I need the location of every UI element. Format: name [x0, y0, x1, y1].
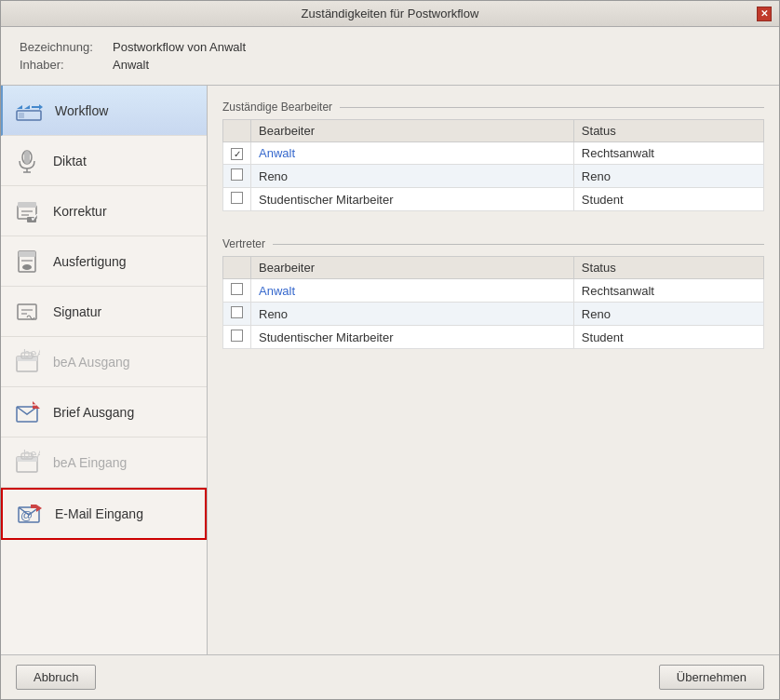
v-bearbeiter-col-header: Bearbeiter: [251, 257, 574, 279]
sidebar-workflow-label: Workflow: [55, 103, 108, 118]
table-row: Studentischer MitarbeiterStudent: [223, 326, 764, 349]
close-button[interactable]: ✕: [757, 7, 772, 21]
sidebar-item-korrektur[interactable]: ✓ Korrektur: [1, 186, 207, 236]
cancel-button[interactable]: Abbruch: [16, 665, 96, 690]
inhaber-value: Anwalt: [113, 58, 760, 72]
svg-text:✓: ✓: [30, 210, 40, 224]
status-cell: Student: [573, 188, 763, 211]
sidebar: Workflow Diktat: [1, 86, 208, 654]
sidebar-bea-ausgang-label: beA Ausgang: [53, 355, 130, 370]
table-row: RenoReno: [223, 165, 764, 188]
checkbox[interactable]: ✓: [231, 148, 243, 160]
zustaendige-bearbeiter-title: Zuständige Bearbeiter: [222, 101, 332, 114]
svg-rect-1: [19, 113, 24, 118]
email-eingang-icon: @: [14, 499, 44, 529]
status-col-header: Status: [573, 120, 763, 142]
vertreter-header: Vertreter: [222, 237, 764, 250]
sidebar-ausfertigung-label: Ausfertigung: [53, 254, 127, 269]
sidebar-item-diktat[interactable]: Diktat: [1, 136, 207, 186]
vertreter-section: Vertreter Bearbeiter Status AnwaltR: [222, 228, 764, 349]
diktat-icon: [12, 146, 42, 176]
svg-text:beA: beA: [23, 450, 40, 461]
sidebar-signatur-label: Signatur: [53, 304, 101, 319]
korrektur-icon: ✓: [12, 196, 42, 226]
dialog-body: Bezeichnung: Postworkflow von Anwalt Inh…: [1, 27, 779, 654]
bearbeiter-cell: Reno: [251, 303, 574, 326]
bearbeiter-cell: Studentischer Mitarbeiter: [251, 326, 574, 349]
inhaber-label: Inhaber:: [20, 58, 113, 72]
checkbox-cell: [223, 279, 251, 303]
ausfertigung-icon: [12, 247, 42, 276]
bea-eingang-icon: beA: [12, 448, 42, 478]
svg-marker-2: [17, 105, 22, 109]
svg-marker-5: [39, 104, 43, 110]
checkbox[interactable]: [231, 168, 243, 181]
svg-marker-3: [24, 105, 30, 109]
checkbox-cell: [223, 188, 251, 211]
zustaendige-bearbeiter-table: Bearbeiter Status ✓AnwaltRechtsanwaltRen…: [222, 119, 764, 211]
bearbeiter-link[interactable]: Anwalt: [259, 146, 295, 160]
checkbox-cell: ✓: [223, 142, 251, 165]
sidebar-item-signatur[interactable]: Signatur: [1, 287, 207, 337]
bearbeiter-cell: Studentischer Mitarbeiter: [251, 188, 574, 211]
sidebar-item-bea-eingang[interactable]: beA beA Eingang: [1, 438, 207, 488]
status-cell: Reno: [573, 165, 763, 188]
accept-button[interactable]: Übernehmen: [659, 665, 764, 690]
svg-rect-7: [24, 151, 30, 164]
vertreter-title: Vertreter: [222, 237, 265, 250]
sidebar-item-brief-ausgang[interactable]: Brief Ausgang: [1, 387, 207, 438]
table-row: ✓AnwaltRechtsanwalt: [223, 142, 764, 165]
bea-ausgang-icon: beA: [12, 347, 42, 377]
checkbox-cell: [223, 303, 251, 326]
info-section: Bezeichnung: Postworkflow von Anwalt Inh…: [1, 27, 779, 85]
svg-rect-11: [18, 202, 36, 208]
table-row: Studentischer MitarbeiterStudent: [223, 188, 764, 211]
bearbeiter-col-header: Bearbeiter: [251, 120, 574, 142]
right-panel: Zuständige Bearbeiter Bearbeiter Status: [208, 86, 779, 654]
bearbeiter-link[interactable]: Anwalt: [259, 284, 295, 298]
zustaendige-bearbeiter-section: Zuständige Bearbeiter Bearbeiter Status: [222, 91, 764, 211]
sidebar-item-email-eingang[interactable]: @ E-Mail Eingang: [1, 488, 207, 540]
brief-ausgang-icon: [12, 397, 42, 427]
zustaendige-bearbeiter-header-row: Bearbeiter Status: [223, 120, 764, 142]
status-cell: Student: [573, 326, 763, 349]
bezeichnung-value: Postworkflow von Anwalt: [113, 40, 760, 54]
workflow-icon: [14, 96, 44, 126]
checkbox-cell: [223, 165, 251, 188]
svg-rect-17: [19, 251, 35, 257]
svg-point-18: [22, 264, 32, 270]
sidebar-brief-ausgang-label: Brief Ausgang: [53, 405, 134, 420]
status-cell: Rechtsanwalt: [573, 279, 763, 303]
sidebar-item-ausfertigung[interactable]: Ausfertigung: [1, 236, 207, 287]
bearbeiter-cell: Anwalt: [251, 279, 574, 303]
svg-text:@: @: [20, 508, 33, 522]
vertreter-table: Bearbeiter Status AnwaltRechtsanwaltReno…: [222, 256, 764, 349]
zustaendige-bearbeiter-header: Zuständige Bearbeiter: [222, 101, 764, 114]
sidebar-korrektur-label: Korrektur: [53, 204, 107, 219]
bezeichnung-label: Bezeichnung:: [20, 40, 113, 54]
checkbox[interactable]: [231, 306, 243, 318]
v-status-col-header: Status: [573, 257, 763, 279]
title-bar: Zuständigkeiten für Postworkflow ✕: [1, 1, 779, 27]
svg-text:beA: beA: [23, 349, 40, 360]
checkbox[interactable]: [231, 330, 243, 342]
sidebar-item-workflow[interactable]: Workflow: [1, 86, 207, 136]
bearbeiter-cell: Reno: [251, 165, 574, 188]
checkbox[interactable]: [231, 283, 243, 295]
table-row: AnwaltRechtsanwalt: [223, 279, 764, 303]
signatur-icon: [12, 297, 42, 327]
bearbeiter-cell: Anwalt: [251, 142, 574, 165]
table-row: RenoReno: [223, 303, 764, 326]
checkbox[interactable]: [231, 192, 243, 204]
status-cell: Rechtsanwalt: [573, 142, 763, 165]
sidebar-item-bea-ausgang[interactable]: beA beA Ausgang: [1, 337, 207, 387]
main-content: Workflow Diktat: [1, 85, 779, 654]
checkbox-cell: [223, 326, 251, 349]
vertreter-header-row: Bearbeiter Status: [223, 257, 764, 279]
dialog-title: Zuständigkeiten für Postworkflow: [23, 7, 757, 20]
dialog: Zuständigkeiten für Postworkflow ✕ Bezei…: [0, 0, 780, 700]
sidebar-bea-eingang-label: beA Eingang: [53, 455, 127, 470]
v-checkbox-col-header: [223, 257, 251, 279]
sidebar-email-eingang-label: E-Mail Eingang: [55, 506, 143, 521]
checkbox-col-header: [223, 120, 251, 142]
